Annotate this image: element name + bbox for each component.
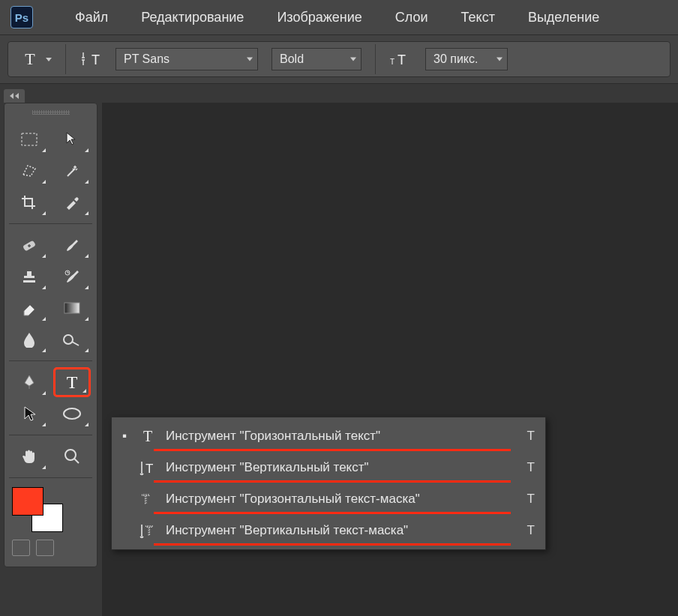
healing-icon [20,237,38,253]
eraser-tool[interactable] [10,293,48,323]
flyout-vertical-type-mask[interactable]: T Инструмент "Вертикальный текст-маска" … [112,515,545,546]
svg-point-8 [64,408,80,419]
flyout-horizontal-type[interactable]: ▪ T Инструмент "Горизонтальный текст" T [112,420,545,452]
flyout-item-label: Инструмент "Горизонтальный текст" [166,429,511,444]
font-size-value: 30 пикс. [434,52,478,66]
brush-icon [63,237,81,253]
svg-text:T: T [390,58,394,66]
flyout-item-label: Инструмент "Вертикальный текст-маска" [166,523,511,538]
horizontal-type-mask-icon: T [139,492,157,507]
flyout-vertical-type[interactable]: T Инструмент "Вертикальный текст" T [112,452,545,483]
chevron-down-icon [247,58,253,61]
app-logo: Ps [10,6,33,28]
menu-text[interactable]: Текст [445,10,512,25]
type-tool-icon: T [67,372,78,393]
text-orientation-button[interactable]: T [80,48,102,70]
blur-tool[interactable] [10,324,48,354]
clone-stamp-tool[interactable] [10,262,48,292]
brush-tool[interactable] [53,230,91,260]
divider [375,44,376,74]
ellipse-icon [62,406,82,421]
svg-text:T: T [142,492,149,507]
foreground-color-swatch[interactable] [12,487,44,516]
healing-brush-tool[interactable] [10,230,48,260]
dodge-icon [62,331,82,348]
vertical-type-mask-icon: T [139,523,157,538]
dodge-tool[interactable] [53,324,91,354]
shape-tool[interactable] [53,399,91,429]
svg-text:T: T [398,52,406,67]
eyedropper-icon [63,194,81,211]
vertical-type-icon: T [139,460,157,475]
svg-rect-3 [22,133,37,145]
flyout-horizontal-type-mask[interactable]: T Инструмент "Горизонтальный текст-маска… [112,483,545,515]
quick-mask-button[interactable] [12,540,30,556]
font-family-value: PT Sans [124,52,170,66]
eyedropper-tool[interactable] [53,187,91,217]
toolbox: T [4,103,98,567]
type-tool-glyph: T [25,49,34,69]
lasso-tool[interactable] [10,156,48,186]
flyout-item-label: Инструмент "Вертикальный текст" [166,460,511,475]
svg-point-7 [64,335,73,344]
svg-rect-6 [64,303,80,313]
magic-wand-icon [63,163,81,179]
font-style-dropdown[interactable]: Bold [272,48,362,70]
menu-file[interactable]: Файл [58,10,124,25]
stamp-icon [20,268,38,285]
crop-icon [20,194,38,211]
blur-icon [22,331,37,348]
path-selection-icon [22,405,37,422]
screen-mode-button[interactable] [36,540,54,556]
history-brush-tool[interactable] [53,262,91,292]
hand-icon [20,447,38,465]
lasso-icon [20,163,38,179]
flyout-item-label: Инструмент "Горизонтальный текст-маска" [166,492,511,507]
font-size-dropdown[interactable]: 30 пикс. [425,48,508,70]
svg-text:T: T [92,52,100,67]
svg-text:T: T [146,525,153,537]
divider [65,44,66,74]
crop-tool[interactable] [10,187,48,217]
menu-layers[interactable]: Слои [379,10,445,25]
svg-point-9 [65,450,76,460]
move-icon [64,131,80,148]
marquee-tool[interactable] [10,124,48,154]
flyout-item-shortcut: T [520,460,535,475]
gradient-tool[interactable] [53,293,91,323]
panel-grip[interactable] [4,108,97,117]
menu-bar: Ps Файл Редактирование Изображение Слои … [0,0,678,34]
menu-select[interactable]: Выделение [512,10,616,25]
color-swatches[interactable] [4,481,97,538]
magic-wand-tool[interactable] [53,156,91,186]
flyout-item-shortcut: T [520,429,535,444]
menu-image[interactable]: Изображение [260,10,378,25]
tool-preset-button[interactable]: T [19,48,41,70]
chevron-down-icon [350,58,356,61]
chevron-down-icon [496,58,502,61]
selected-indicator-icon: ▪ [119,429,130,444]
font-family-dropdown[interactable]: PT Sans [116,48,258,70]
path-selection-tool[interactable] [10,399,48,429]
svg-text:T: T [146,462,153,475]
move-tool[interactable] [53,124,91,154]
pen-tool[interactable] [10,367,48,397]
font-size-icon: T T [389,48,412,70]
text-orientation-icon: T [81,51,100,67]
annotation-underline [154,449,511,451]
type-tool[interactable]: T [53,367,91,397]
menu-edit[interactable]: Редактирование [124,10,260,25]
gradient-icon [63,301,81,315]
eraser-icon [20,300,38,316]
panel-collapse-tab[interactable] [4,89,25,103]
options-bar-container: T T PT Sans Bold T T 30 пикс. [0,34,678,84]
annotation-underline [154,480,511,483]
marquee-icon [20,132,38,147]
zoom-tool[interactable] [53,441,91,471]
horizontal-type-icon: T [139,428,157,445]
hand-tool[interactable] [10,441,48,471]
font-style-value: Bold [280,52,304,66]
annotation-underline [154,512,511,514]
font-size-glyph-icon: T T [390,51,411,67]
pen-icon [21,374,38,390]
